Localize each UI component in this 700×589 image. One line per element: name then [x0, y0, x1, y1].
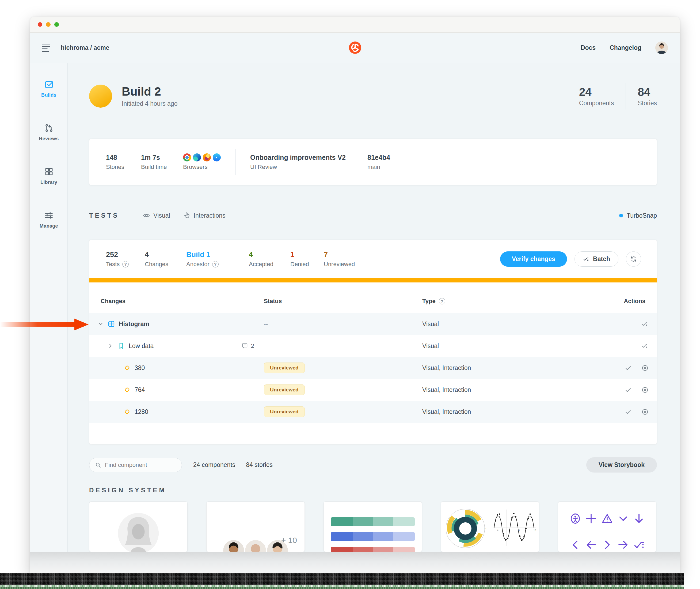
table-row-histogram[interactable]: Histogram -- Visual — [89, 313, 657, 335]
blue-swatch — [331, 532, 415, 541]
component-card-avatar[interactable] — [89, 502, 188, 552]
build-stats: 24 Components 84 Stories — [579, 83, 657, 110]
row-status: -- — [264, 321, 422, 328]
sidebar-item-label: Library — [40, 180, 57, 185]
sidebar-item-manage[interactable]: Manage — [40, 210, 58, 229]
chromatic-logo-icon[interactable] — [349, 41, 361, 54]
stat-label: Browsers — [183, 164, 236, 171]
component-card-swatches[interactable] — [324, 502, 422, 552]
table-row-low-data[interactable]: Low data 2 Visual — [89, 335, 657, 357]
red-swatch — [331, 547, 415, 552]
stories-count: 84 stories — [246, 461, 273, 468]
component-card-avatar-group[interactable]: + 10 — [206, 502, 305, 552]
safari-icon — [213, 153, 221, 161]
minimize-window-button[interactable] — [46, 22, 51, 27]
checklist-icon — [633, 539, 645, 551]
component-icon — [107, 320, 115, 328]
turbosnap-indicator[interactable]: TurboSnap — [619, 212, 657, 219]
window-body: Builds Reviews Library — [30, 63, 680, 573]
stat-label: Unreviewed — [324, 261, 355, 268]
help-icon[interactable]: ? — [212, 261, 219, 267]
accept-icon[interactable] — [625, 408, 632, 415]
verify-changes-button[interactable]: Verify changes — [500, 251, 567, 267]
ancestor-build-link[interactable]: Build 1 — [186, 251, 236, 259]
page-title: Build 2 — [122, 85, 178, 99]
accept-icon[interactable] — [625, 364, 632, 372]
table-header: Changes Status Type ? Actions — [89, 282, 657, 313]
chevron-left-icon — [569, 539, 582, 551]
sidebar-item-label: Builds — [41, 92, 56, 98]
deny-icon[interactable] — [641, 364, 649, 372]
chevron-down-icon[interactable] — [97, 321, 104, 327]
pr-link[interactable]: Onboarding improvements V2 — [250, 154, 367, 161]
sliders-icon — [44, 210, 53, 220]
visual-filter-label: Visual — [153, 212, 170, 219]
screenshot-noise-edge — [0, 573, 684, 589]
deny-icon[interactable] — [641, 386, 649, 394]
table-row-viewport-1280[interactable]: 1280 Unreviewed Visual, Interaction — [89, 401, 657, 423]
help-icon[interactable]: ? — [439, 298, 445, 305]
view-storybook-button[interactable]: View Storybook — [586, 457, 657, 472]
tests-section-header: TESTS Visual Interactions — [89, 210, 657, 221]
annotation-arrow — [0, 319, 89, 330]
deny-icon[interactable] — [641, 408, 649, 415]
build-avatar — [89, 84, 112, 108]
plus-icon — [585, 513, 597, 525]
bottom-fade — [30, 552, 680, 573]
batch-button[interactable]: Batch — [575, 251, 618, 267]
turbosnap-dot-icon — [619, 214, 623, 217]
chevron-right-icon[interactable] — [107, 343, 114, 349]
comments-indicator[interactable]: 2 — [241, 343, 254, 349]
sidebar-item-library[interactable]: Library — [40, 167, 57, 185]
arrow-down-icon — [633, 513, 645, 525]
help-icon[interactable]: ? — [122, 261, 129, 267]
stories-label: Stories — [638, 100, 657, 107]
summary-actions: Verify changes Batch — [500, 251, 657, 267]
components-label: Components — [579, 100, 614, 107]
search-input[interactable] — [105, 461, 177, 468]
stories-count-stat: 148 Stories — [106, 154, 141, 171]
denied-stat: 1 Denied — [290, 251, 324, 268]
avatar-group — [223, 540, 288, 552]
turbosnap-label: TurboSnap — [627, 212, 657, 219]
diamond-icon — [123, 364, 131, 372]
browsers-stat: Browsers — [183, 153, 236, 171]
app-header: hichroma / acme Docs Changelog — [30, 33, 680, 63]
workspace-breadcrumb[interactable]: hichroma / acme — [61, 44, 109, 51]
column-type: Type ? — [422, 298, 614, 313]
sidebar-item-reviews[interactable]: Reviews — [39, 123, 59, 142]
close-window-button[interactable] — [38, 22, 42, 27]
table-row-viewport-764[interactable]: 764 Unreviewed Visual, Interaction — [89, 379, 657, 401]
commit-link[interactable]: 81e4b4 — [367, 154, 390, 161]
chevron-right-icon — [601, 539, 613, 551]
changelog-link[interactable]: Changelog — [610, 44, 641, 51]
sidebar-item-builds[interactable]: Builds — [41, 79, 56, 98]
menu-icon[interactable] — [42, 44, 50, 52]
batch-accept-icon[interactable] — [641, 321, 649, 328]
component-card-icons[interactable] — [558, 502, 656, 552]
firefox-icon — [203, 153, 211, 161]
interactions-filter-label: Interactions — [194, 212, 226, 219]
avatar-image — [245, 540, 266, 552]
diamond-icon — [123, 408, 131, 415]
tests-count-stat: 252 Tests? — [106, 251, 145, 268]
batch-accept-icon[interactable] — [641, 343, 649, 350]
stat-value: 148 — [106, 154, 141, 161]
svg-text:-4: -4 — [496, 529, 498, 532]
stat-label: Stories — [106, 164, 141, 171]
stories-value: 84 — [638, 86, 657, 99]
interactions-filter[interactable]: Interactions — [183, 212, 226, 219]
build-subtitle: Initiated 4 hours ago — [122, 100, 178, 108]
component-card-charts[interactable]: 1.0 — [441, 502, 539, 552]
accept-icon[interactable] — [625, 386, 632, 394]
zoom-window-button[interactable] — [54, 22, 59, 27]
visual-filter[interactable]: Visual — [142, 212, 170, 219]
avatar-image — [223, 540, 244, 552]
user-avatar[interactable] — [655, 41, 668, 54]
row-type: Visual — [422, 343, 614, 350]
bookmark-icon — [117, 342, 125, 350]
refresh-button[interactable] — [626, 251, 641, 267]
docs-link[interactable]: Docs — [581, 44, 596, 51]
table-row-viewport-380[interactable]: 380 Unreviewed Visual, Interaction — [89, 357, 657, 379]
chevron-down-icon — [617, 513, 629, 525]
